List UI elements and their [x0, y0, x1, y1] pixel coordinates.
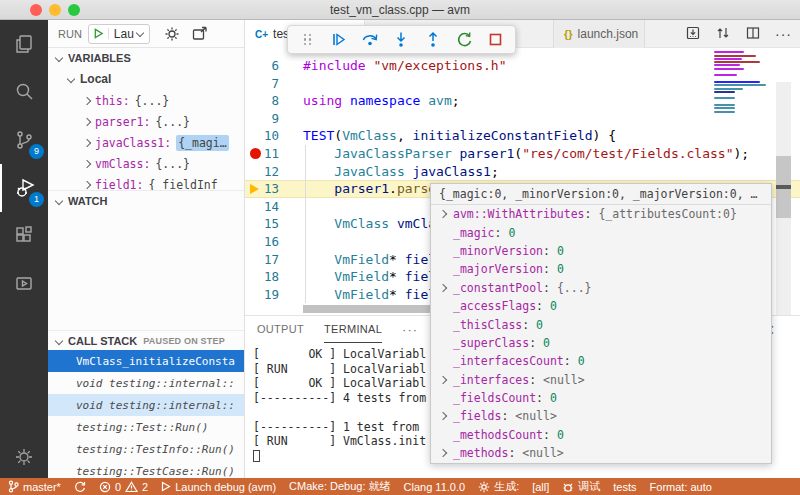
variable-row[interactable]: parser1:{...} [48, 111, 244, 132]
hover-tree-row[interactable]: _constantPool: {...} [431, 279, 771, 297]
files-icon [13, 33, 35, 55]
call-stack-frame[interactable]: testing::TestCase::Run() [48, 460, 244, 478]
format-status-item[interactable]: Format: auto [650, 481, 712, 493]
split-editor-button[interactable] [745, 25, 761, 44]
build-status-item[interactable]: 生成: [478, 479, 519, 494]
tab-terminal[interactable]: TERMINAL [324, 316, 382, 343]
call-stack-frame[interactable]: void testing::internal:: [48, 372, 244, 394]
hover-variable-value: 0 [550, 391, 557, 405]
kit-status-item[interactable]: Clang 11.0.0 [404, 481, 466, 493]
debug-settings-button[interactable] [164, 26, 180, 42]
manage-button[interactable] [0, 446, 48, 468]
call-stack-frame[interactable]: VmClass_initializeConsta [48, 350, 244, 372]
sidebar-item-source-control[interactable]: 9 [0, 116, 48, 164]
line-number-gutter[interactable]: 16 [245, 233, 291, 251]
minimap-line [714, 55, 756, 57]
hover-variable-value: <null> [522, 446, 564, 460]
toolbar-drag-handle[interactable] [295, 28, 321, 52]
variable-value: {_fieldInf [148, 178, 217, 191]
line-number-gutter[interactable]: 12 [245, 163, 291, 181]
hover-tree-row[interactable]: _minorVersion: 0 [431, 242, 771, 260]
hover-tree-row[interactable]: _magic: 0 [431, 223, 771, 241]
continue-button[interactable] [326, 28, 352, 52]
horizontal-scrollbar[interactable] [303, 305, 435, 313]
stop-button[interactable] [482, 28, 508, 52]
variable-row[interactable]: vmClass:{...} [48, 153, 244, 174]
line-number-gutter[interactable]: 15 [245, 215, 291, 233]
hover-tree-row[interactable]: _interfaces: <null> [431, 371, 771, 389]
activity-bar: 9 1 [0, 20, 48, 478]
sidebar-item-explorer[interactable] [0, 20, 48, 68]
hover-tree-row[interactable]: _thisClass: 0 [431, 315, 771, 333]
line-number-gutter[interactable]: 11 [245, 145, 291, 163]
panel-more-actions-button[interactable]: ··· [402, 322, 418, 337]
launch-config-select[interactable]: Lau [88, 24, 150, 44]
line-number-gutter[interactable]: 8 [245, 92, 291, 110]
line-number-gutter[interactable]: 6 [245, 57, 291, 75]
sidebar-item-extensions[interactable] [0, 212, 48, 260]
call-stack-frame[interactable]: void testing::internal:: [48, 394, 244, 416]
debug-status-item[interactable]: 调试 [562, 479, 600, 494]
sync-status-item[interactable] [74, 481, 86, 493]
line-number-gutter[interactable]: 7 [245, 75, 291, 93]
variable-row[interactable]: this:{...} [48, 90, 244, 111]
watch-section-header[interactable]: WATCH [48, 190, 244, 210]
minimap[interactable] [712, 50, 773, 190]
hover-value-preview: {_magic:0, _minorVersion:0, _majorVersio… [431, 184, 771, 205]
call-stack-frame[interactable]: testing::Test::Run() [48, 416, 244, 438]
open-changes-button[interactable] [715, 25, 731, 44]
hover-tree-row[interactable]: _accessFlags: 0 [431, 297, 771, 315]
line-number-gutter[interactable]: 10 [245, 127, 291, 145]
chevron-right-icon [83, 96, 91, 104]
call-stack-frame[interactable]: testing::TestInfo::Run() [48, 438, 244, 460]
hover-tree-row[interactable]: _superClass: 0 [431, 334, 771, 352]
restart-button[interactable] [451, 28, 477, 52]
call-stack-section-header[interactable]: CALL STACK PAUSED ON STEP [48, 330, 244, 350]
hover-tree-row[interactable]: _methodsCount: 0 [431, 426, 771, 444]
line-number-gutter[interactable]: 9 [245, 110, 291, 128]
minimap-line [714, 68, 744, 70]
variable-row[interactable]: javaClass1:{_magi… [48, 132, 244, 153]
hover-variable-name: _superClass [453, 336, 529, 350]
branch-status-item[interactable]: master* [8, 480, 61, 493]
hover-colon: : [529, 373, 543, 387]
cmake-status-item[interactable]: CMake: Debug: 就绪 [289, 479, 390, 494]
tab-launch-json[interactable]: {} launch.json [553, 20, 645, 48]
sidebar-item-run-debug[interactable]: 1 [0, 164, 48, 212]
sidebar-item-remote-preview[interactable] [0, 260, 48, 308]
step-over-button[interactable] [357, 28, 383, 52]
scope-label: Local [80, 72, 111, 86]
run-tests-button[interactable] [685, 25, 701, 44]
more-actions-button[interactable]: ··· [775, 26, 792, 42]
hover-variable-value: 0 [557, 428, 564, 442]
minimap-line [714, 104, 735, 106]
vertical-scrollbar[interactable] [776, 82, 791, 315]
launch-debug-status-item[interactable]: Launch debug (avm) [161, 481, 276, 493]
hover-tree-row[interactable]: _fields: <null> [431, 407, 771, 425]
tab-output[interactable]: OUTPUT [257, 316, 304, 343]
problems-status-item[interactable]: 0 2 [99, 481, 148, 493]
line-number-gutter[interactable]: 19 [245, 286, 291, 304]
build-target-item[interactable]: [all] [532, 481, 549, 493]
hover-variable-value: 0 [550, 299, 557, 313]
sidebar-item-search[interactable] [0, 68, 48, 116]
scope-local[interactable]: Local [48, 68, 244, 90]
hover-tree-row[interactable]: avm::WithAttributes: {_attributesCount:0… [431, 205, 771, 223]
line-number-gutter[interactable]: 18 [245, 268, 291, 286]
hover-tree-row[interactable]: _fieldsCount: 0 [431, 389, 771, 407]
step-into-button[interactable] [388, 28, 414, 52]
hover-tree-row[interactable]: _methods: <null> [431, 444, 771, 462]
hover-tree-row[interactable]: _majorVersion: 0 [431, 260, 771, 278]
breakpoint-icon[interactable] [250, 148, 261, 159]
variable-row[interactable]: field1:{_fieldInf [48, 174, 244, 190]
chevron-right-icon [83, 180, 91, 188]
start-debug-button[interactable] [89, 28, 109, 39]
variables-section-header[interactable]: VARIABLES [48, 48, 244, 68]
open-debug-console-button[interactable] [192, 26, 209, 41]
line-number-gutter[interactable]: 17 [245, 251, 291, 269]
line-number-gutter[interactable]: 13 [245, 180, 291, 198]
line-number-gutter[interactable]: 14 [245, 198, 291, 216]
step-out-button[interactable] [420, 28, 446, 52]
hover-tree-row[interactable]: _interfacesCount: 0 [431, 352, 771, 370]
tests-status-item[interactable]: tests [613, 481, 636, 493]
